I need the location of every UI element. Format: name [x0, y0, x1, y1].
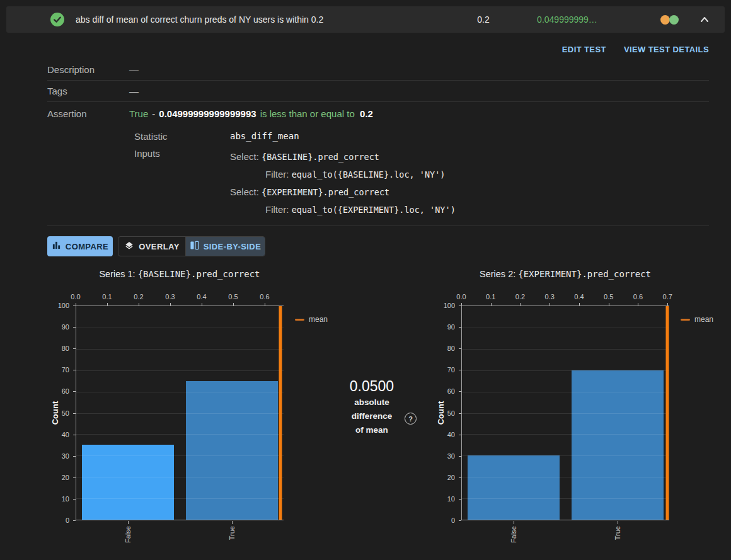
top-tick-label: 0.2 [134, 293, 143, 300]
gridline [462, 498, 669, 499]
bar-chart-icon [52, 241, 61, 252]
gridline [76, 455, 284, 456]
top-tick-label: 0.5 [228, 293, 238, 300]
split-color-dots [660, 15, 679, 25]
gridline [76, 328, 284, 328]
y-tick-label: 0 [451, 516, 455, 525]
layers-icon [124, 241, 134, 253]
mean-line [279, 306, 282, 520]
tags-value: — [129, 86, 139, 96]
top-tick-label: 0.1 [102, 293, 112, 300]
gridline [462, 328, 669, 328]
x-tick-label: True [614, 526, 621, 540]
x-tick-label: True [228, 526, 236, 540]
experiment-dot-icon [669, 15, 679, 25]
gridline [462, 455, 669, 456]
test-row-header[interactable]: abs diff of mean of correct churn preds … [6, 6, 725, 33]
gridline [462, 477, 669, 477]
compare-button[interactable]: COMPARE [47, 236, 113, 256]
mean-legend-label: mean [309, 315, 328, 324]
view-test-details-button[interactable]: VIEW TEST DETAILS [624, 45, 709, 54]
baseline-select-expression: {BASELINE}.pred_correct [262, 152, 379, 162]
x-tick-mark [618, 521, 618, 524]
legend: mean [295, 315, 328, 324]
gridline [462, 370, 669, 371]
inputs-value: Select: {BASELINE}.pred_correct Filter: … [230, 148, 456, 219]
y-axis-title: Count [432, 306, 451, 520]
top-tick-label: 0.2 [515, 293, 525, 300]
test-title: abs diff of mean of correct churn preds … [76, 6, 323, 33]
bar-true [572, 370, 664, 520]
experiment-filter-expression: equal_to({EXPERIMENT}.loc, 'NY') [292, 205, 456, 215]
question-circle-icon[interactable]: ? [405, 413, 417, 425]
gridline [76, 349, 284, 350]
gridline [462, 413, 669, 414]
x-tick-mark [232, 521, 233, 524]
overlay-button[interactable]: OVERLAY [118, 237, 185, 256]
description-row: Description — [47, 59, 709, 81]
overlay-sidebyside-toggle: OVERLAY SIDE-BY-SIDE [118, 236, 265, 256]
top-tick-label: 0.4 [197, 293, 206, 300]
tags-label: Tags [47, 86, 129, 96]
statistic-row: Statistic abs_diff_mean [134, 131, 709, 142]
top-tick-label: 0.0 [456, 293, 466, 300]
experiment-select-expression: {EXPERIMENT}.pred_correct [262, 187, 389, 197]
baseline-dot-icon [660, 15, 670, 25]
top-tick-label: 0.1 [486, 293, 495, 300]
test-result-value: 0.049999999… [504, 6, 630, 33]
gridline [462, 434, 669, 435]
top-tick-label: 0.6 [260, 293, 269, 300]
gridline [76, 434, 284, 435]
assertion-text: True-0.04999999999999993is less than or … [129, 108, 377, 119]
top-tick-label: 0.7 [663, 293, 672, 300]
experiment-histogram-chart: Series 2: {EXPERIMENT}.pred_correct 0.00… [430, 265, 731, 557]
bar-false [468, 455, 560, 520]
side-by-side-button[interactable]: SIDE-BY-SIDE [185, 237, 265, 256]
side-by-side-icon [190, 241, 199, 252]
top-tick-label: 0.6 [633, 293, 643, 300]
plot-area [76, 306, 284, 520]
inputs-row: Inputs Select: {BASELINE}.pred_correct F… [134, 148, 709, 219]
mean-legend-swatch [681, 319, 690, 321]
gridline [462, 349, 669, 350]
baseline-filter-expression: equal_to({BASELINE}.loc, 'NY') [292, 169, 446, 180]
test-detail-table: Description — Tags — Assertion True-0.04… [47, 59, 709, 219]
top-axis: 0.00.10.20.30.40.50.6 [76, 292, 284, 306]
x-tick-label: False [124, 526, 132, 543]
plot-area [461, 306, 669, 520]
top-tick-label: 0.3 [545, 293, 555, 300]
y-tick-label: 0 [66, 516, 69, 525]
difference-value: 0.0500 [331, 377, 413, 396]
edit-test-button[interactable]: EDIT TEST [562, 45, 606, 54]
top-tick-label: 0.4 [574, 293, 584, 300]
inputs-label: Inputs [134, 148, 230, 219]
top-axis: 0.00.10.20.30.40.50.60.7 [461, 292, 669, 306]
x-axis: FalseTrue [76, 521, 284, 556]
test-threshold: 0.2 [464, 6, 502, 33]
difference-summary: 0.0500 absolute difference of mean ? [331, 377, 413, 437]
x-tick-mark [514, 521, 514, 524]
chevron-up-icon[interactable] [697, 12, 712, 27]
tags-row: Tags — [47, 81, 709, 102]
gridline [76, 477, 284, 477]
y-axis-title: Count [46, 306, 65, 520]
test-details-panel: abs diff of mean of correct churn preds … [0, 0, 731, 560]
legend: mean [681, 315, 713, 324]
assertion-row: Assertion True-0.04999999999999993is les… [47, 102, 709, 125]
chart-title: Series 2: {EXPERIMENT}.pred_correct [461, 269, 669, 279]
gridline [76, 413, 284, 414]
section-divider [47, 226, 709, 226]
top-tick-label: 0.3 [165, 293, 175, 300]
assertion-label: Assertion [47, 108, 129, 119]
statistic-label: Statistic [134, 131, 230, 142]
x-axis: FalseTrue [461, 521, 669, 556]
mean-line [666, 306, 669, 520]
gridline [76, 498, 284, 499]
gridline [76, 392, 284, 392]
check-circle-icon [50, 13, 64, 26]
description-value: — [129, 64, 139, 75]
top-tick-label: 0.0 [71, 293, 80, 300]
statistic-value: abs_diff_mean [230, 131, 299, 142]
gridline [76, 370, 284, 371]
baseline-histogram-chart: Series 1: {BASELINE}.pred_correct 0.00.1… [44, 265, 345, 557]
